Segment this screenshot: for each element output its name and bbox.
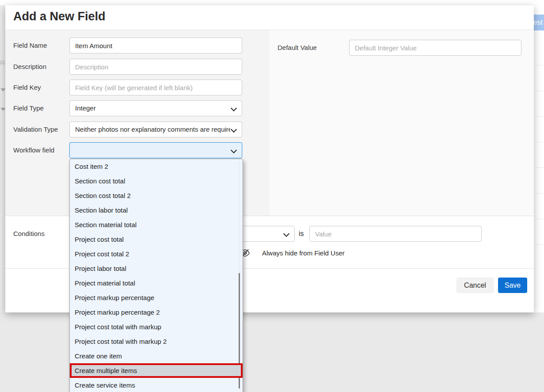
validation-type-selected-value: Neither photos nor explanatory comments … — [75, 122, 230, 137]
save-button[interactable]: Save — [498, 278, 527, 293]
default-value-input[interactable] — [349, 40, 521, 56]
chevron-down-icon — [231, 105, 237, 111]
dropdown-option[interactable]: Project labor total — [70, 261, 243, 276]
conditions-label: Conditions — [13, 226, 67, 242]
background-row-divider — [536, 244, 544, 245]
dropdown-option[interactable]: Section labor total — [70, 203, 243, 217]
chevron-down-icon — [231, 147, 237, 153]
background-row-divider — [536, 65, 544, 65]
background-row-divider — [536, 116, 544, 117]
description-label: Description — [13, 59, 67, 75]
dropdown-option[interactable]: Project markup percentage — [70, 290, 243, 305]
workflow-field-label: Workflow field — [13, 142, 67, 158]
dropdown-option[interactable]: Project material total — [70, 276, 243, 290]
always-hide-label: Always hide from Field User — [262, 248, 345, 258]
dropdown-option[interactable]: Project cost total — [70, 232, 243, 247]
condition-value-input[interactable] — [309, 226, 482, 242]
chevron-down-icon — [283, 231, 289, 237]
dropdown-option[interactable]: Project cost total 2 — [70, 247, 243, 261]
background-row-divider — [536, 219, 544, 219]
cancel-button[interactable]: Cancel — [457, 278, 494, 293]
background-row-divider — [536, 167, 544, 168]
validation-type-label: Validation Type — [13, 122, 67, 137]
field-key-input[interactable] — [69, 80, 242, 95]
workflow-options-list: Cost item 2Section cost totalSection cos… — [69, 159, 243, 392]
workflow-field-select[interactable] — [69, 142, 242, 158]
validation-type-select[interactable]: Neither photos nor explanatory comments … — [69, 122, 242, 137]
page-title: Add a New Field — [13, 10, 106, 23]
dropdown-option[interactable]: Cost item 2 — [70, 159, 243, 174]
chevron-down-icon — [231, 126, 237, 133]
background-left-strip — [0, 5, 5, 312]
field-type-select[interactable]: Integer — [69, 100, 242, 116]
background-row-divider — [536, 193, 544, 194]
field-key-label: Field Key — [13, 80, 67, 95]
dropdown-option[interactable]: Project cost total with markup 2 — [70, 334, 243, 349]
condition-operator-text: is — [299, 226, 304, 242]
dropdown-option[interactable]: Project cost total with markup — [70, 320, 243, 334]
field-name-input[interactable] — [69, 38, 242, 53]
field-name-label: Field Name — [13, 38, 67, 53]
description-input[interactable] — [69, 59, 242, 75]
default-value-label: Default Value — [278, 40, 339, 56]
field-type-label: Field Type — [13, 100, 67, 116]
page: Re est Add a New Field Field Name Descri… — [0, 0, 544, 392]
dropdown-option[interactable]: Project markup percentage 2 — [70, 305, 243, 320]
background-row-divider — [536, 91, 544, 91]
field-type-selected-value: Integer — [75, 101, 230, 116]
dropdown-option[interactable]: Section cost total — [70, 174, 243, 188]
dropdown-option[interactable]: Section cost total 2 — [70, 188, 243, 203]
background-row-divider — [536, 142, 544, 142]
dropdown-option-highlighted[interactable]: Create multiple items — [70, 363, 243, 378]
dropdown-option[interactable]: Create one item — [70, 349, 243, 363]
workflow-field-selected-value — [75, 143, 230, 158]
dropdown-option[interactable]: Create service items — [70, 378, 243, 392]
form-panel-right — [270, 30, 534, 216]
dropdown-option[interactable]: Section material total — [70, 217, 243, 232]
